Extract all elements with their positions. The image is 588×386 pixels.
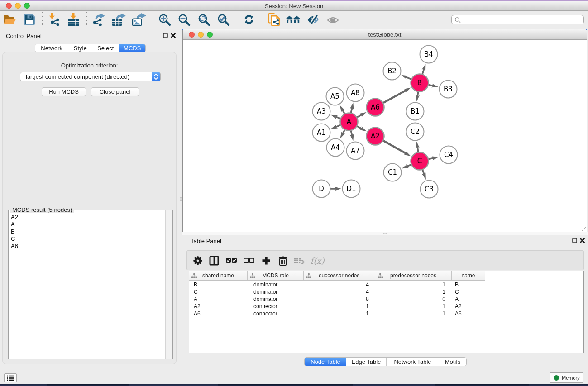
tab-mcds[interactable]: MCDS [119,44,145,52]
tab-style[interactable]: Style [68,44,92,52]
graph-node-C4[interactable]: C4 [440,146,458,164]
graph-node-D[interactable]: D [313,180,330,198]
table-row[interactable]: A2connector11A2 [189,303,583,310]
tab-motifs[interactable]: Motifs [439,358,466,366]
graph-node-C2[interactable]: C2 [406,123,424,141]
mcds-result-item[interactable]: A [9,221,172,228]
graph-edge-A6-B[interactable] [383,88,411,103]
column-header-name[interactable]: name [452,271,485,280]
tab-edge-table[interactable]: Edge Table [346,358,387,366]
show-all-icon[interactable] [286,15,301,24]
mcds-result-list[interactable]: A2ABCA6 [9,210,172,359]
table-row[interactable]: Adominator80A [189,295,583,303]
node-table[interactable]: shared name MCDS role successor nodes pr… [189,271,584,353]
new-network-from-selection-icon[interactable] [268,13,280,28]
graph-node-A5[interactable]: A5 [326,88,344,105]
graph-edge-C-C4[interactable] [429,157,439,161]
graph-node-A8[interactable]: A8 [347,84,364,102]
graph-edge-A-A5[interactable] [340,105,345,114]
mcds-result-item[interactable]: A6 [9,243,172,250]
graph-node-C1[interactable]: C1 [384,164,402,181]
column-header-successor-nodes[interactable]: successor nodes [304,271,375,280]
graph-node-A7[interactable]: A7 [347,142,364,160]
run-mcds-button[interactable]: Run MCDS [42,87,86,96]
table-row[interactable]: A6connector11A6 [189,310,583,317]
graph-node-B1[interactable]: B1 [406,103,424,120]
hide-details-icon[interactable] [307,15,319,26]
horizontal-splitter-handle[interactable] [383,233,387,234]
graph-edge-B-B1[interactable] [416,92,420,102]
mcds-result-item[interactable]: A2 [9,214,172,221]
graph-node-A2[interactable]: A2 [367,128,384,145]
graph-node-A6[interactable]: A6 [367,99,384,116]
open-session-icon[interactable] [3,14,16,27]
table-options-icon[interactable] [191,253,205,268]
mcds-result-item[interactable]: B [9,228,172,235]
delete-row-icon[interactable] [276,253,290,268]
deselect-all-icon[interactable] [242,253,256,268]
graph-edge-C-C1[interactable] [402,164,411,169]
zoom-out-icon[interactable] [178,14,192,29]
graph-node-C3[interactable]: C3 [421,181,438,198]
network-graph-canvas[interactable]: A A1 A2 A3 A4 A5 A6 A7 A8 B B1 B2 B3 [183,40,587,232]
graph-edge-A-A6[interactable] [357,112,367,118]
tab-network-table[interactable]: Network Table [387,358,439,366]
tab-node-table[interactable]: Node Table [305,358,346,366]
zoom-selected-icon[interactable] [218,14,231,29]
close-panel-icon[interactable] [171,33,176,38]
graph-edge-A-A7[interactable] [350,131,354,141]
float-table-panel-icon[interactable] [572,238,577,243]
graph-node-B3[interactable]: B3 [440,81,457,98]
import-table-icon[interactable] [68,13,80,28]
export-network-icon[interactable] [93,13,105,28]
vertical-splitter-handle[interactable] [180,197,182,201]
close-table-panel-icon[interactable] [580,238,585,243]
graph-node-B4[interactable]: B4 [420,46,438,63]
tab-select[interactable]: Select [92,44,120,52]
graph-edge-C-C2[interactable] [416,142,420,152]
export-table-icon[interactable] [112,13,126,28]
column-header-MCDS-role[interactable]: MCDS role [248,271,304,280]
table-row[interactable]: Cdominator41C [189,288,583,295]
first-neighbors-icon[interactable] [244,15,253,26]
graph-node-C[interactable]: C [411,152,429,170]
graph-edge-A-A1[interactable] [330,124,340,129]
show-details-icon[interactable] [327,17,339,25]
float-panel-icon[interactable] [163,33,168,38]
import-network-icon[interactable] [49,13,60,28]
graph-edge-A-A4[interactable] [340,130,345,139]
search-field[interactable] [451,15,584,24]
graph-edge-A-A8[interactable] [350,102,354,113]
add-row-icon[interactable] [259,253,273,268]
graph-edge-C-C3[interactable] [422,170,426,180]
save-session-icon[interactable] [24,14,35,27]
graph-node-D1[interactable]: D1 [343,180,360,198]
graph-edge-D-D1[interactable] [330,187,341,191]
show-column-icon[interactable] [207,253,221,268]
memory-button[interactable]: Memory [550,372,583,383]
graph-node-A1[interactable]: A1 [313,124,330,142]
graph-node-A[interactable]: A [340,113,358,131]
graph-node-A3[interactable]: A3 [313,103,330,120]
graph-edge-B-B2[interactable] [401,75,411,80]
select-all-icon[interactable] [224,253,239,268]
export-image-icon[interactable] [132,13,146,28]
column-header-predecessor-nodes[interactable]: predecessor nodes [375,271,452,280]
resize-grip-icon[interactable] [581,226,586,231]
delete-table-icon[interactable] [292,253,306,268]
mcds-result-item[interactable]: C [9,235,172,243]
graph-edge-A-A3[interactable] [331,115,341,119]
task-history-button[interactable] [4,373,17,382]
table-row[interactable]: Bdominator41B [189,281,583,288]
close-panel-button[interactable]: Close panel [91,87,139,96]
graph-edge-A2-C[interactable] [383,141,411,156]
graph-edge-B-B4[interactable] [422,64,426,74]
search-input[interactable] [463,16,580,24]
tab-network[interactable]: Network [35,44,68,52]
column-header-shared-name[interactable]: shared name [189,271,248,280]
graph-edge-B-B3[interactable] [429,84,439,88]
graph-node-A4[interactable]: A4 [327,139,344,157]
graph-node-B2[interactable]: B2 [383,62,401,80]
zoom-fit-icon[interactable] [198,14,212,29]
zoom-in-icon[interactable] [159,14,172,29]
